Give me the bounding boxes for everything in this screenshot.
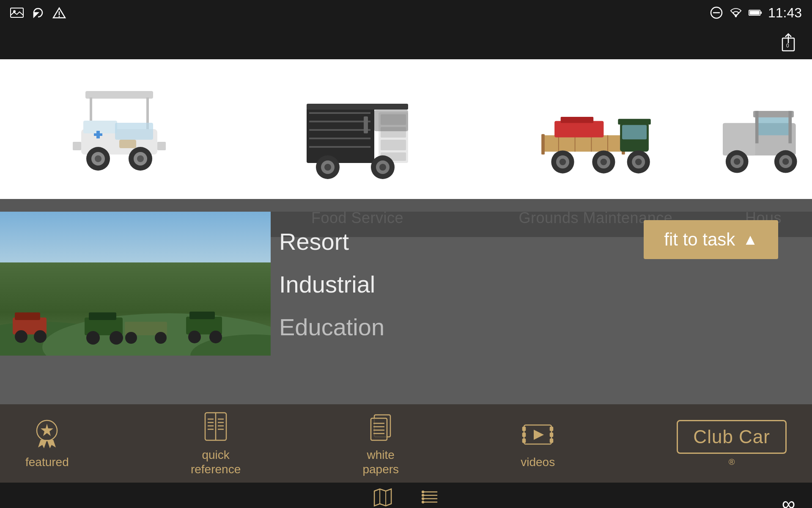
toolbar-quick-reference[interactable]: quick reference bbox=[191, 411, 241, 476]
share-button[interactable]: 0 bbox=[777, 31, 799, 53]
svg-rect-28 bbox=[119, 140, 136, 148]
svg-rect-125 bbox=[550, 433, 553, 436]
toolbar-videos[interactable]: videos bbox=[521, 418, 555, 469]
svg-rect-122 bbox=[523, 433, 525, 436]
warning-icon bbox=[52, 6, 66, 19]
dropdown-menu: Resort Industrial Education bbox=[279, 220, 384, 348]
map-icon bbox=[372, 487, 393, 508]
svg-rect-9 bbox=[750, 11, 760, 15]
svg-rect-30 bbox=[73, 142, 81, 150]
svg-point-4 bbox=[59, 16, 60, 17]
dropdown-item-resort[interactable]: Resort bbox=[279, 220, 384, 263]
svg-point-90 bbox=[34, 330, 47, 343]
svg-point-23 bbox=[95, 155, 102, 162]
svg-point-94 bbox=[110, 331, 123, 345]
svg-rect-115 bbox=[371, 418, 387, 440]
svg-rect-56 bbox=[541, 134, 545, 155]
svg-rect-92 bbox=[89, 312, 116, 320]
bottom-toolbar: featured bbox=[0, 404, 812, 483]
svg-point-49 bbox=[379, 164, 386, 171]
svg-rect-76 bbox=[788, 111, 792, 144]
svg-rect-32 bbox=[309, 112, 370, 114]
svg-point-100 bbox=[188, 331, 201, 343]
svg-rect-62 bbox=[618, 119, 651, 125]
ambulance-image bbox=[0, 59, 238, 199]
dropdown-item-industrial[interactable]: Industrial bbox=[279, 263, 384, 306]
svg-point-89 bbox=[15, 330, 27, 343]
svg-marker-128 bbox=[374, 489, 391, 506]
housekeeping-image bbox=[715, 59, 812, 199]
dropdown-item-education[interactable]: Education bbox=[279, 306, 384, 348]
svg-rect-126 bbox=[550, 439, 553, 442]
vehicle-card-housekeeping[interactable]: Hous bbox=[715, 59, 812, 237]
vehicle-card-grounds[interactable]: Grounds Maintenance bbox=[477, 59, 715, 237]
white-papers-label: white papers bbox=[362, 448, 399, 476]
svg-rect-61 bbox=[622, 125, 647, 139]
svg-rect-41 bbox=[381, 140, 406, 150]
main-content: Ambulance bbox=[0, 59, 812, 483]
landscape-image bbox=[0, 212, 271, 356]
fit-to-task-label: fit to task bbox=[664, 229, 735, 250]
svg-point-96 bbox=[125, 332, 137, 344]
svg-point-80 bbox=[734, 158, 740, 165]
quick-reference-label: quick reference bbox=[191, 448, 241, 476]
clock: 11:43 bbox=[768, 5, 802, 21]
svg-rect-51 bbox=[542, 135, 624, 152]
nav-item-list[interactable]: List bbox=[420, 487, 441, 508]
toolbar-white-papers[interactable]: white papers bbox=[362, 411, 399, 476]
image-icon bbox=[10, 6, 24, 19]
battery-icon bbox=[749, 6, 762, 19]
list-icon bbox=[420, 487, 441, 508]
svg-point-136 bbox=[422, 494, 424, 496]
status-bar-left bbox=[10, 6, 66, 19]
svg-point-101 bbox=[209, 331, 222, 343]
award-icon bbox=[30, 418, 64, 452]
svg-point-135 bbox=[422, 491, 424, 493]
svg-rect-14 bbox=[85, 91, 153, 99]
videos-label: videos bbox=[521, 455, 555, 469]
grounds-image bbox=[477, 59, 715, 199]
svg-point-71 bbox=[635, 159, 642, 166]
vehicle-card-ambulance[interactable]: Ambulance bbox=[0, 59, 238, 237]
svg-rect-43 bbox=[307, 104, 408, 110]
status-bar: 11:43 bbox=[0, 0, 812, 25]
svg-rect-124 bbox=[550, 427, 553, 431]
fit-to-task-button[interactable]: fit to task ▲ bbox=[644, 220, 778, 259]
registered-mark: ® bbox=[729, 457, 735, 467]
action-bar: 0 bbox=[0, 25, 812, 59]
svg-rect-18 bbox=[83, 121, 117, 133]
svg-rect-73 bbox=[755, 115, 792, 135]
svg-rect-37 bbox=[364, 116, 368, 133]
svg-rect-20 bbox=[96, 131, 100, 138]
svg-rect-33 bbox=[309, 121, 370, 122]
featured-label: featured bbox=[25, 455, 69, 469]
svg-marker-127 bbox=[534, 430, 544, 440]
svg-rect-88 bbox=[15, 312, 40, 320]
svg-rect-31 bbox=[307, 108, 374, 163]
toolbar-featured[interactable]: featured bbox=[25, 418, 69, 469]
svg-rect-99 bbox=[189, 312, 215, 319]
svg-point-65 bbox=[560, 159, 566, 166]
svg-point-138 bbox=[422, 501, 424, 503]
svg-point-26 bbox=[137, 155, 144, 162]
svg-rect-29 bbox=[157, 142, 166, 150]
vehicles-row: Ambulance bbox=[0, 59, 812, 237]
status-bar-right: 11:43 bbox=[710, 5, 802, 21]
svg-point-83 bbox=[782, 158, 789, 165]
document-icon bbox=[364, 411, 398, 444]
svg-rect-34 bbox=[309, 129, 370, 131]
svg-marker-2 bbox=[34, 13, 38, 17]
svg-point-93 bbox=[86, 331, 100, 345]
food-service-image bbox=[238, 59, 476, 199]
clubcar-logo-item[interactable]: Club Car ® bbox=[677, 420, 787, 467]
nav-center: Utility List bbox=[371, 487, 441, 508]
svg-rect-10 bbox=[760, 11, 762, 14]
book-icon bbox=[199, 411, 233, 444]
infinity-icon[interactable]: ∞ bbox=[782, 493, 795, 508]
nav-item-utility[interactable]: Utility bbox=[371, 487, 394, 508]
svg-point-137 bbox=[422, 498, 424, 500]
svg-marker-103 bbox=[41, 424, 53, 436]
svg-rect-27 bbox=[115, 123, 153, 140]
vehicle-card-food-service[interactable]: Food Service bbox=[238, 59, 476, 237]
svg-rect-50 bbox=[374, 110, 408, 131]
